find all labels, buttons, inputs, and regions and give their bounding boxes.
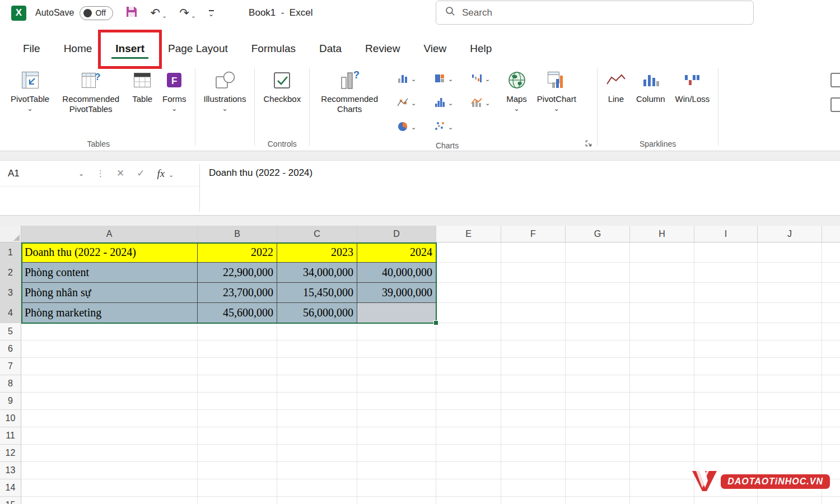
cell-C4[interactable]: 56,000,000 xyxy=(277,303,357,323)
row-header-10[interactable]: 10 xyxy=(0,410,21,427)
cell-D12[interactable] xyxy=(357,445,436,462)
row-header-13[interactable]: 13 xyxy=(0,462,21,479)
cell-A13[interactable] xyxy=(21,462,198,479)
cell-F1[interactable] xyxy=(501,242,566,263)
cell-D4[interactable] xyxy=(357,303,436,323)
cell-E3[interactable] xyxy=(436,283,501,303)
cell-H12[interactable] xyxy=(630,445,694,462)
cell-H10[interactable] xyxy=(630,410,694,427)
cell-C3[interactable]: 15,450,000 xyxy=(277,283,357,303)
cell-I1[interactable] xyxy=(694,242,758,263)
cell-J9[interactable] xyxy=(758,393,822,410)
cell-F10[interactable] xyxy=(501,410,566,427)
cell-D15[interactable] xyxy=(357,497,436,504)
cell-H5[interactable] xyxy=(630,323,694,340)
cell-C8[interactable] xyxy=(277,375,357,393)
cell-E11[interactable] xyxy=(436,427,501,445)
table-button[interactable]: Table xyxy=(127,64,157,105)
cell-B14[interactable] xyxy=(198,479,277,497)
cell-G2[interactable] xyxy=(566,263,630,283)
cell-E14[interactable] xyxy=(436,479,501,497)
sparkline-winloss-button[interactable]: Win/Loss xyxy=(670,64,715,105)
cell-G10[interactable] xyxy=(566,410,630,427)
cell-C11[interactable] xyxy=(277,427,357,445)
col-header-J[interactable]: J xyxy=(758,226,822,242)
cell-I12[interactable] xyxy=(694,445,758,462)
redo-button[interactable]: ↷ ⌄ xyxy=(179,6,196,20)
cell-E7[interactable] xyxy=(436,358,501,375)
cell-F13[interactable] xyxy=(501,462,566,479)
cell-J5[interactable] xyxy=(758,323,822,340)
maps-button[interactable]: Maps ⌄ xyxy=(501,64,532,112)
cell-G4[interactable] xyxy=(566,303,630,323)
cell-I2[interactable] xyxy=(694,263,758,283)
cell-F11[interactable] xyxy=(501,427,566,445)
pivottable-button[interactable]: PivotTable ⌄ xyxy=(6,64,54,112)
cell-F3[interactable] xyxy=(501,283,566,303)
cell-B15[interactable] xyxy=(198,497,277,504)
insert-pie-chart-button[interactable]: ⌄ xyxy=(388,115,425,139)
undo-button[interactable]: ↶ ⌄ xyxy=(150,6,167,20)
cell-B4[interactable]: 45,600,000 xyxy=(198,303,277,323)
select-all-corner[interactable] xyxy=(0,226,21,242)
tab-review[interactable]: Review xyxy=(353,36,412,61)
cell-B3[interactable]: 23,700,000 xyxy=(198,283,277,303)
row-header-2[interactable]: 2 xyxy=(0,263,21,283)
col-header-A[interactable]: A xyxy=(21,226,198,242)
cell-J7[interactable] xyxy=(758,358,822,375)
sparkline-column-button[interactable]: Column xyxy=(631,64,670,105)
cell-I10[interactable] xyxy=(694,410,758,427)
cell-G14[interactable] xyxy=(566,479,630,497)
quick-access-toolbar-menu-button[interactable]: ⌄ xyxy=(208,10,214,16)
cell-H9[interactable] xyxy=(630,393,694,410)
cell-A2[interactable]: Phòng content xyxy=(21,263,198,283)
cell-A1[interactable]: Doanh thu (2022 - 2024) xyxy=(21,242,198,263)
cell-H11[interactable] xyxy=(630,427,694,445)
excel-app-icon[interactable]: X xyxy=(11,6,26,21)
save-button[interactable] xyxy=(125,6,138,21)
cell-G3[interactable] xyxy=(566,283,630,303)
cell-C6[interactable] xyxy=(277,340,357,358)
cell-J10[interactable] xyxy=(758,410,822,427)
insert-combo-chart-button[interactable]: ⌄ xyxy=(462,91,499,115)
tab-data[interactable]: Data xyxy=(307,36,353,61)
cell-A15[interactable] xyxy=(21,497,198,504)
cell-B7[interactable] xyxy=(198,358,277,375)
cell-B2[interactable]: 22,900,000 xyxy=(198,263,277,283)
cell-I6[interactable] xyxy=(694,340,758,358)
cell-A9[interactable] xyxy=(21,393,198,410)
cell-H4[interactable] xyxy=(630,303,694,323)
cell-F7[interactable] xyxy=(501,358,566,375)
insert-waterfall-chart-button[interactable]: ⌄ xyxy=(462,67,499,91)
cell-G8[interactable] xyxy=(566,375,630,393)
row-header-9[interactable]: 9 xyxy=(0,393,21,410)
cell-H8[interactable] xyxy=(630,375,694,393)
sparkline-line-button[interactable]: Line xyxy=(601,64,631,105)
row-header-4[interactable]: 4 xyxy=(0,303,21,323)
cell-D9[interactable] xyxy=(357,393,436,410)
cell-A11[interactable] xyxy=(21,427,198,445)
clipped-ribbon-icon[interactable] xyxy=(830,73,840,87)
name-box-resize-handle[interactable]: ⋮ xyxy=(91,169,110,179)
cell-A10[interactable] xyxy=(21,410,198,427)
cell-F6[interactable] xyxy=(501,340,566,358)
insert-line-chart-button[interactable]: ⌄ xyxy=(388,91,425,115)
cancel-entry-button[interactable]: ✕ xyxy=(110,167,130,179)
cell-H6[interactable] xyxy=(630,340,694,358)
cell-E10[interactable] xyxy=(436,410,501,427)
col-header-C[interactable]: C xyxy=(277,226,357,242)
cell-F5[interactable] xyxy=(501,323,566,340)
cell-E12[interactable] xyxy=(436,445,501,462)
tab-help[interactable]: Help xyxy=(458,36,503,61)
insert-scatter-chart-button[interactable]: ⌄ xyxy=(425,115,462,139)
cell-D10[interactable] xyxy=(357,410,436,427)
cell-D2[interactable]: 40,000,000 xyxy=(357,263,436,283)
insert-bar-chart-button[interactable]: ⌄ xyxy=(425,91,462,115)
cell-I3[interactable] xyxy=(694,283,758,303)
cell-A12[interactable] xyxy=(21,445,198,462)
cell-I8[interactable] xyxy=(694,375,758,393)
checkbox-button[interactable]: Checkbox xyxy=(258,64,306,105)
tab-file[interactable]: File xyxy=(11,36,52,61)
search-box[interactable]: Search xyxy=(436,1,754,25)
cell-J1[interactable] xyxy=(758,242,822,263)
